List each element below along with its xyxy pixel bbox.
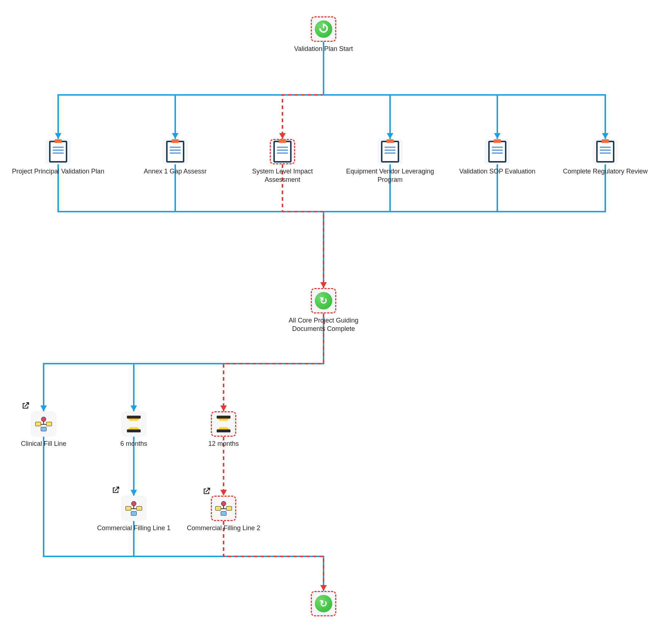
arrowhead-start-r1n1 [55, 133, 61, 139]
edge-start-r1n4 [324, 42, 390, 139]
edge-start-r1n6 [324, 42, 605, 139]
node-r1n2[interactable] [163, 139, 188, 164]
edge-cfl-sync2 [44, 437, 324, 591]
node-label-t6: 6 months [108, 440, 159, 448]
edge-start-r1n1 [58, 42, 324, 139]
arrowhead-t6-cf1 [131, 490, 137, 496]
node-r1n3[interactable] [270, 139, 295, 164]
edge-start-r1n5 [324, 42, 497, 139]
arrowhead-start-r1n5 [494, 133, 501, 139]
node-sync1[interactable]: ↻ [311, 288, 336, 313]
arrowhead-sync1-cfl [40, 405, 47, 411]
node-label-start: Validation Plan Start [276, 45, 371, 53]
node-start[interactable] [311, 16, 336, 42]
node-label-sync1: All Core Project Guiding Documents Compl… [273, 316, 374, 333]
arrowhead-sync1-t6 [131, 405, 137, 411]
node-label-cfl: Clinical Fill Line [0, 440, 91, 448]
node-t12[interactable] [211, 411, 236, 437]
node-label-r1n1: Project Principal Validation Plan [11, 167, 105, 176]
node-r1n4[interactable] [377, 139, 403, 164]
workflow-diagram: Validation Plan StartProject Principal V… [0, 0, 662, 644]
node-label-r1n6: Complete Regulatory Review [558, 167, 653, 176]
node-r1n1[interactable] [45, 139, 71, 164]
node-label-r1n5: Validation SOP Evaluation [450, 167, 545, 176]
arrowhead-start-r1n4 [387, 133, 393, 139]
edge-start-r1n2 [175, 42, 324, 139]
arrowhead-t12-cf2 [220, 490, 227, 496]
arrowhead-cf2-sync2 [320, 585, 327, 591]
node-t6[interactable] [121, 411, 147, 437]
node-label-t12: 12 months [198, 440, 249, 448]
node-label-r1n4: Equipment Vendor Leveraging Program [343, 167, 437, 184]
arrowhead-start-r1n2 [172, 133, 178, 139]
edge-start-r1n3 [282, 42, 324, 139]
node-label-r1n2: Annex 1 Gap Assessr [128, 167, 222, 176]
arrowhead-start-r1n3 [279, 133, 286, 139]
node-r1n5[interactable] [485, 139, 510, 164]
node-sync2[interactable]: ↻ [311, 591, 336, 616]
node-r1n6[interactable] [593, 139, 618, 164]
node-label-cf2: Commercial Filling Line 2 [176, 524, 271, 532]
arrowhead-sync1-t12 [220, 405, 227, 411]
arrowhead-r1n3-sync1 [320, 282, 327, 288]
node-cfl[interactable] [31, 411, 56, 437]
node-label-r1n3: System Level Impact Assessment [235, 167, 330, 184]
node-label-cf1: Commercial Filling Line 1 [87, 524, 181, 532]
node-cf2[interactable] [211, 496, 236, 521]
node-cf1[interactable] [121, 496, 147, 521]
arrowhead-start-r1n6 [602, 133, 609, 139]
